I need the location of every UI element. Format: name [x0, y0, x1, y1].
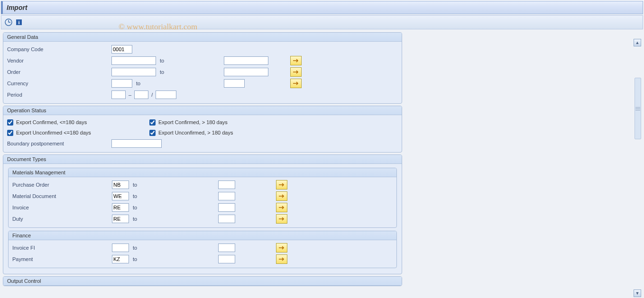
company-code-label: Company Code	[7, 46, 111, 52]
content-area: ▲ ▼ General Data Company Code Vendor to	[1, 30, 643, 298]
vendor-from-input[interactable]	[111, 56, 156, 65]
period-slash: /	[151, 92, 153, 98]
group-header-general: General Data	[3, 33, 402, 42]
invoice-fi-to-input[interactable]	[218, 244, 235, 252]
duty-multiselect-button[interactable]	[276, 214, 287, 224]
svg-text:i: i	[18, 19, 19, 25]
vendor-to-input[interactable]	[224, 56, 268, 65]
invoice-label: Invoice	[12, 205, 112, 210]
duty-from-input[interactable]	[112, 215, 129, 223]
period-label: Period	[7, 92, 111, 98]
po-to-label: to	[129, 182, 218, 188]
inv-multiselect-button[interactable]	[276, 203, 287, 212]
boundary-postponement-label: Boundary postponement	[7, 141, 111, 146]
group-document-types: Document Types Materials Management Purc…	[3, 154, 402, 274]
currency-multiselect-button[interactable]	[290, 79, 302, 88]
export-confirmed-gt180-label: Export Confirmed, > 180 days	[158, 119, 228, 125]
order-multiselect-button[interactable]	[290, 67, 302, 77]
duty-to-label: to	[129, 216, 218, 222]
payment-label: Payment	[12, 256, 112, 262]
group-general-data: General Data Company Code Vendor to	[3, 32, 402, 104]
currency-from-input[interactable]	[111, 79, 132, 88]
purchase-order-from-input[interactable]	[112, 181, 129, 189]
group-operation-status: Operation Status Export Confirmed, <=180…	[3, 106, 402, 153]
period-dash: –	[129, 92, 131, 98]
export-unconfirmed-gt180-checkbox[interactable]	[149, 130, 156, 136]
title-bar: Import	[1, 1, 643, 14]
inv-to-label: to	[129, 205, 218, 210]
group-header-opstat: Operation Status	[3, 106, 402, 115]
currency-to-label: to	[132, 81, 224, 86]
period-to-input[interactable]	[134, 90, 148, 99]
vendor-label: Vendor	[7, 58, 111, 63]
order-to-label: to	[156, 69, 224, 75]
invoice-to-input[interactable]	[218, 203, 235, 212]
scroll-up-button[interactable]: ▲	[634, 39, 641, 46]
group-finance: Finance Invoice FI to Payment	[8, 231, 397, 268]
period-from-input[interactable]	[111, 90, 126, 99]
boundary-postponement-input[interactable]	[111, 139, 162, 148]
purchase-order-to-input[interactable]	[218, 181, 235, 189]
md-to-label: to	[129, 193, 218, 199]
page-title: Import	[7, 4, 28, 11]
export-unconfirmed-gt180-label: Export Unconfirmed, > 180 days	[158, 130, 233, 135]
vendor-to-label: to	[156, 58, 224, 63]
material-document-from-input[interactable]	[112, 192, 129, 200]
currency-to-input[interactable]	[224, 79, 245, 88]
material-document-to-input[interactable]	[218, 192, 235, 200]
app-frame: Import i © www.tutorialkart.com ▲ ▼ Gene…	[0, 1, 644, 298]
group-materials-management: Materials Management Purchase Order to M…	[8, 168, 397, 228]
invfi-to-label: to	[129, 245, 218, 251]
invoice-from-input[interactable]	[112, 203, 129, 212]
duty-label: Duty	[12, 216, 112, 222]
pay-multiselect-button[interactable]	[276, 254, 287, 264]
export-unconfirmed-le180-checkbox[interactable]	[7, 130, 13, 136]
invoice-fi-label: Invoice FI	[12, 245, 112, 251]
duty-to-input[interactable]	[218, 215, 235, 223]
order-from-input[interactable]	[111, 68, 156, 76]
export-confirmed-le180-label: Export Confirmed, <=180 days	[16, 119, 87, 125]
scroll-down-button[interactable]: ▼	[634, 289, 641, 297]
payment-to-input[interactable]	[218, 255, 235, 263]
po-multiselect-button[interactable]	[276, 180, 287, 190]
export-confirmed-gt180-checkbox[interactable]	[149, 119, 156, 126]
vendor-multiselect-button[interactable]	[290, 56, 302, 65]
group-header-output: Output Control	[3, 277, 402, 286]
toolbar: i	[1, 15, 643, 29]
invfi-multiselect-button[interactable]	[276, 243, 287, 253]
group-header-mm: Materials Management	[9, 168, 396, 177]
payment-from-input[interactable]	[112, 255, 129, 263]
scrollbar-thumb[interactable]	[635, 78, 641, 139]
company-code-input[interactable]	[111, 45, 132, 54]
execute-icon[interactable]	[4, 18, 13, 27]
pay-to-label: to	[129, 256, 218, 262]
group-output-control: Output Control	[3, 276, 402, 286]
export-unconfirmed-le180-label: Export Unconfirmed <=180 days	[16, 130, 91, 135]
invoice-fi-from-input[interactable]	[112, 244, 129, 252]
purchase-order-label: Purchase Order	[12, 182, 112, 188]
currency-label: Currency	[7, 81, 111, 86]
order-to-input[interactable]	[224, 68, 268, 76]
export-confirmed-le180-checkbox[interactable]	[7, 119, 13, 126]
group-header-finance: Finance	[9, 231, 396, 240]
order-label: Order	[7, 69, 111, 75]
group-header-doctypes: Document Types	[3, 155, 402, 164]
period-year-input[interactable]	[156, 90, 176, 99]
material-document-label: Material Document	[12, 193, 112, 199]
info-icon[interactable]: i	[15, 18, 23, 27]
md-multiselect-button[interactable]	[276, 191, 287, 201]
